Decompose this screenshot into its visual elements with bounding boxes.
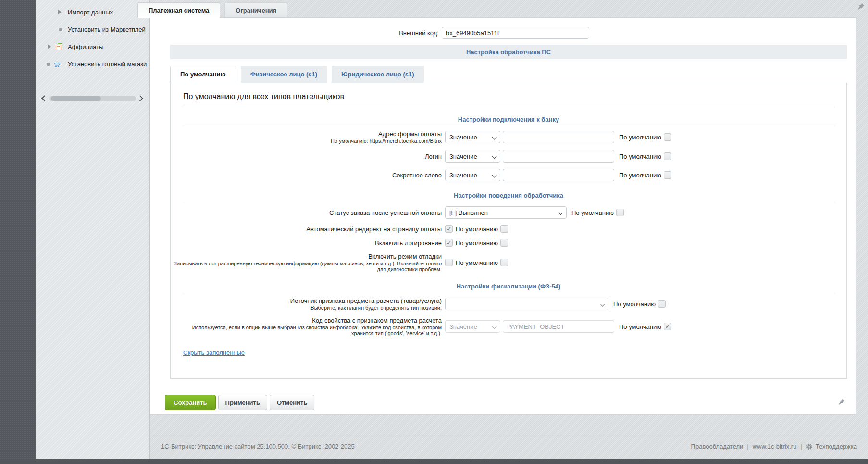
- field-note: Выберите, как плагин будет определять ти…: [171, 305, 442, 311]
- payer-type-tabs: По умолчанию Физическое лицо (s1) Юридич…: [170, 66, 847, 83]
- pin-icon[interactable]: [857, 3, 865, 11]
- handler-settings-header: Настройка обработчика ПС: [170, 45, 847, 59]
- external-code-input[interactable]: [442, 27, 589, 39]
- sidebar-horizontal-scrollbar: [36, 94, 149, 103]
- secret-default-checkbox[interactable]: ✓: [664, 171, 671, 179]
- payment-url-mode-select[interactable]: Значение: [445, 131, 500, 143]
- field-row-redirect: Автоматический редирект на страницу опла…: [171, 225, 846, 233]
- hide-filled-link[interactable]: Скрыть заполненные: [183, 349, 245, 356]
- logging-checkbox[interactable]: ✓: [445, 239, 453, 247]
- status-select[interactable]: [F] Выполнен: [445, 206, 567, 219]
- default-label: По умолчанию: [456, 239, 498, 247]
- sidebar-item-affiliates[interactable]: Аффилиаты: [36, 38, 149, 55]
- arrow-right-icon: [48, 44, 51, 49]
- footer: 1С-Битрикс: Управление сайтом 25.100.500…: [150, 438, 868, 450]
- debug-checkbox[interactable]: ✓: [445, 259, 453, 266]
- section-title-fiscal: Настройки фискализации (ФЗ-54): [171, 283, 846, 290]
- default-label: По умолчанию: [619, 134, 661, 141]
- secret-mode-select[interactable]: Значение: [445, 169, 500, 181]
- field-note: По умолчанию: https://merch.tochka.com/B…: [171, 138, 442, 144]
- tab-payer-legal[interactable]: Юридическое лицо (s1): [332, 66, 423, 83]
- logging-default-checkbox[interactable]: ✓: [500, 239, 508, 247]
- sidebar-item-install-marketplace[interactable]: Установить из Маркетплей: [36, 21, 149, 38]
- footer-site-link[interactable]: www.1c-bitrix.ru: [753, 443, 797, 450]
- page-tabs: Платежная система Ограничения: [137, 2, 287, 18]
- default-label: По умолчанию: [619, 172, 661, 179]
- bottom-dark-bar: [0, 459, 868, 464]
- scrollbar-track[interactable]: [49, 96, 136, 101]
- affiliates-icon: [55, 43, 63, 52]
- field-row-logging: Включить логирование ✓ По умолчанию ✓: [171, 239, 846, 247]
- divider: [182, 293, 835, 293]
- field-row-source: Источник признака предмета расчета (това…: [171, 297, 846, 311]
- field-label: Адрес формы оплаты: [171, 130, 442, 138]
- payment-url-input[interactable]: [503, 131, 614, 143]
- tab-payer-individual[interactable]: Физическое лицо (s1): [241, 66, 327, 83]
- pin-icon[interactable]: [838, 398, 846, 406]
- field-row-login: Логин Значение По умолчанию ✓: [171, 150, 846, 163]
- scrollbar-thumb[interactable]: [51, 96, 101, 101]
- login-input[interactable]: [503, 150, 614, 163]
- source-default-checkbox[interactable]: ✓: [658, 300, 666, 308]
- default-label: По умолчанию: [571, 209, 614, 216]
- field-row-property-code: Код свойства с признаком предмета расчет…: [171, 317, 846, 336]
- redirect-checkbox[interactable]: ✓: [445, 225, 453, 233]
- bullet-icon: [47, 63, 50, 66]
- field-row-payment-url: Адрес формы оплаты По умолчанию: https:/…: [171, 130, 846, 144]
- divider: [182, 107, 835, 107]
- sidebar-item-import-data[interactable]: Импорт данных: [36, 3, 149, 21]
- default-label: По умолчанию: [619, 323, 661, 330]
- field-label: Автоматический редирект на страницу опла…: [171, 226, 442, 233]
- footer-copyright: 1С-Битрикс: Управление сайтом 25.100.500…: [161, 443, 355, 450]
- panel-heading: По умолчанию для всех типов плательщиков: [183, 92, 834, 101]
- debug-default-checkbox[interactable]: ✓: [500, 259, 508, 266]
- form-buttons: Сохранить Применить Отменить: [165, 395, 314, 410]
- payer-default-panel: По умолчанию для всех типов плательщиков…: [170, 83, 847, 379]
- scroll-right-icon[interactable]: [138, 96, 143, 100]
- property-code-mode-select: Значение: [445, 320, 500, 333]
- secret-input[interactable]: [503, 169, 614, 181]
- section-title-bank: Настройки подключения к банку: [171, 116, 846, 123]
- tab-payment-system[interactable]: Платежная система: [137, 2, 220, 18]
- payment-system-form: Внешний код: Настройка обработчика ПС По…: [150, 17, 856, 415]
- apply-button[interactable]: Применить: [218, 395, 267, 410]
- field-row-secret: Секретное слово Значение По умолчанию ✓: [171, 169, 846, 181]
- section-title-behavior: Настройки поведения обработчика: [171, 192, 846, 199]
- property-code-default-checkbox[interactable]: ✓: [664, 323, 671, 330]
- login-mode-select[interactable]: Значение: [445, 150, 500, 163]
- external-code-label: Внешний код:: [150, 29, 439, 37]
- default-label: По умолчанию: [456, 259, 498, 266]
- divider: [182, 202, 835, 202]
- sidebar-menu: Импорт данных Установить из Маркетплей А…: [36, 0, 149, 73]
- default-label: По умолчанию: [619, 153, 661, 160]
- sidebar-item-install-ready-store[interactable]: Установить готовый магази: [36, 55, 149, 73]
- field-label: Код свойства с признаком предмета расчет…: [171, 317, 442, 324]
- footer-rights-link[interactable]: Правообладатели: [691, 443, 744, 450]
- cancel-button[interactable]: Отменить: [270, 395, 315, 410]
- field-label: Секретное слово: [171, 172, 442, 179]
- source-select[interactable]: [445, 298, 608, 310]
- default-label: По умолчанию: [613, 301, 656, 308]
- payment-url-default-checkbox[interactable]: ✓: [664, 133, 671, 141]
- field-row-debug: Включить режим отладки Записывать в лог …: [171, 253, 846, 272]
- default-label: По умолчанию: [456, 226, 498, 233]
- arrow-right-icon: [58, 10, 62, 14]
- bullet-icon: [59, 28, 62, 31]
- footer-support-link[interactable]: Техподдержка: [816, 443, 857, 450]
- tab-restrictions[interactable]: Ограничения: [224, 2, 287, 17]
- property-code-input: [503, 320, 614, 333]
- tab-payer-default[interactable]: По умолчанию: [170, 66, 236, 83]
- login-default-checkbox[interactable]: ✓: [664, 152, 671, 160]
- shopping-cart-icon: [53, 60, 61, 69]
- scroll-left-icon[interactable]: [41, 96, 46, 100]
- field-label: Логин: [171, 153, 442, 160]
- status-default-checkbox[interactable]: ✓: [616, 209, 624, 216]
- field-label: Включить логирование: [171, 239, 442, 247]
- field-label: Источник признака предмета расчета (това…: [171, 297, 442, 304]
- gear-icon: [806, 443, 813, 450]
- save-button[interactable]: Сохранить: [165, 395, 216, 410]
- redirect-default-checkbox[interactable]: ✓: [500, 225, 508, 233]
- left-dark-rail: [0, 0, 36, 464]
- field-note: Записывать в лог расширенную техническую…: [171, 261, 442, 272]
- field-row-status: Статус заказа после успешной оплаты [F] …: [171, 206, 846, 219]
